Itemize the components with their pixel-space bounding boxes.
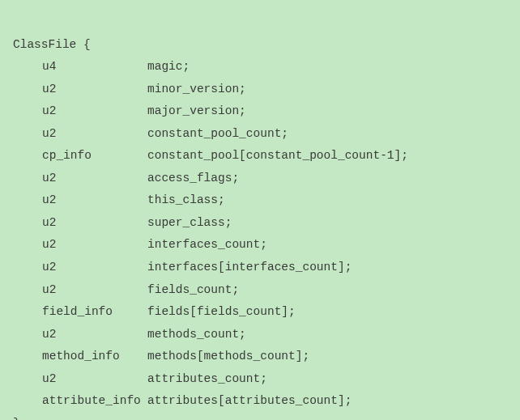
field-name: fields[fields_count]; <box>147 305 296 318</box>
field-row: u2access_flags; <box>13 168 507 190</box>
field-type: u2 <box>42 123 147 146</box>
open-brace: { <box>83 38 91 51</box>
field-type: u2 <box>42 279 147 302</box>
field-row: u2attributes_count; <box>13 368 507 391</box>
field-type: u2 <box>42 324 147 346</box>
field-name: attributes_count; <box>147 372 267 385</box>
field-name: methods[methods_count]; <box>147 350 309 363</box>
field-type: u2 <box>42 189 147 212</box>
field-type: u2 <box>42 212 147 235</box>
field-type: u2 <box>42 100 147 123</box>
field-name: interfaces_count; <box>147 238 267 251</box>
field-type: u4 <box>42 56 147 78</box>
struct-open-line: ClassFile { <box>13 34 507 57</box>
field-name: attributes[attributes_count]; <box>147 394 352 407</box>
field-name: constant_pool[constant_pool_count-1]; <box>147 149 408 162</box>
struct-name: ClassFile <box>13 38 76 51</box>
classfile-struct-block: ClassFile {u4magic;u2minor_version;u2maj… <box>0 0 520 420</box>
field-row: u2minor_version; <box>13 78 507 101</box>
field-row: method_infomethods[methods_count]; <box>13 346 507 368</box>
close-brace: } <box>13 413 507 420</box>
field-row: u2interfaces[interfaces_count]; <box>13 257 507 279</box>
field-type: u2 <box>42 368 147 391</box>
field-type: attribute_info <box>42 390 147 413</box>
field-name: constant_pool_count; <box>147 127 288 140</box>
field-type: cp_info <box>42 145 147 168</box>
field-row: u2fields_count; <box>13 279 507 302</box>
field-name: this_class; <box>147 193 225 206</box>
field-row: u2interfaces_count; <box>13 234 507 257</box>
field-name: major_version; <box>147 104 246 117</box>
field-type: method_info <box>42 346 147 368</box>
field-row: u2major_version; <box>13 100 507 123</box>
field-name: interfaces[interfaces_count]; <box>147 261 352 274</box>
field-type: u2 <box>42 168 147 190</box>
field-type: field_info <box>42 301 147 324</box>
field-row: field_infofields[fields_count]; <box>13 301 507 324</box>
field-row: u2methods_count; <box>13 324 507 346</box>
field-row: u2constant_pool_count; <box>13 123 507 146</box>
field-row: u2super_class; <box>13 212 507 235</box>
field-type: u2 <box>42 78 147 101</box>
field-type: u2 <box>42 234 147 257</box>
field-name: methods_count; <box>147 328 246 341</box>
field-row: u4magic; <box>13 56 507 78</box>
field-row: cp_infoconstant_pool[constant_pool_count… <box>13 145 507 168</box>
field-name: super_class; <box>147 216 232 229</box>
field-type: u2 <box>42 257 147 279</box>
field-name: access_flags; <box>147 172 239 185</box>
field-row: u2this_class; <box>13 189 507 212</box>
field-row: attribute_infoattributes[attributes_coun… <box>13 390 507 413</box>
field-name: magic; <box>147 60 190 73</box>
field-name: minor_version; <box>147 83 246 95</box>
field-name: fields_count; <box>147 283 239 296</box>
